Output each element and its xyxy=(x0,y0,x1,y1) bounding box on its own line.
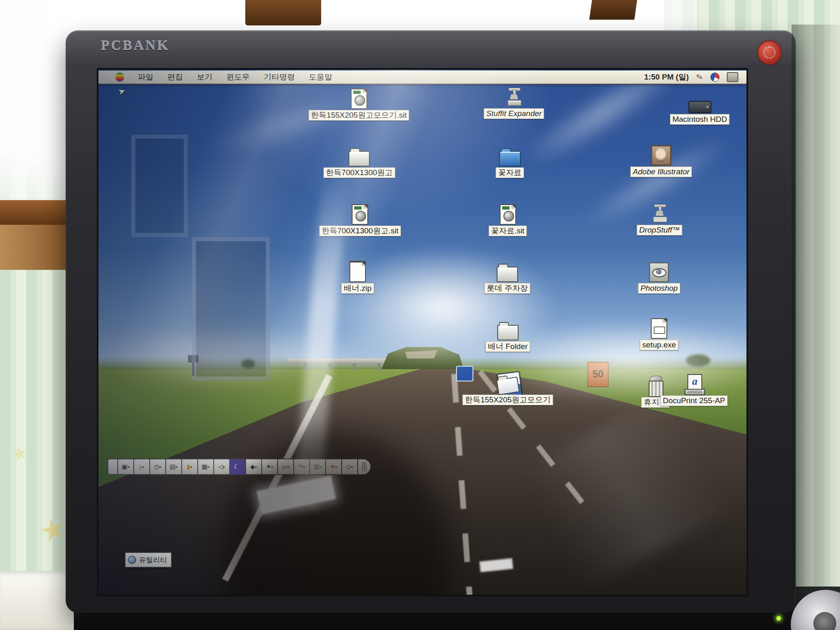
window-frame-bar xyxy=(245,0,321,25)
folder-gray-icon xyxy=(497,262,518,282)
screen-glare xyxy=(242,70,554,226)
folder-gray-icon xyxy=(497,320,518,340)
picture-frame-reflection xyxy=(131,135,188,237)
desktop-icon-5[interactable]: Adobe Illustrator xyxy=(630,145,692,177)
doc-icon xyxy=(349,262,366,282)
illustrator-icon xyxy=(651,145,671,166)
desktop-icon-label: 배너 Folder xyxy=(485,341,530,352)
application-menu-icon[interactable] xyxy=(727,72,738,82)
menu-bar-clock[interactable]: 1:50 PM (일) xyxy=(644,72,689,82)
desktop-icon-2[interactable]: Macintosh HDD xyxy=(670,93,729,125)
wall-shadow xyxy=(792,25,840,591)
desktop-icon-label: Photoshop xyxy=(638,283,680,294)
window-frame-bar-right xyxy=(589,0,637,20)
desktop-icon-11[interactable]: Photoshop xyxy=(638,262,680,294)
hangul-pen-icon[interactable]: ✎ xyxy=(695,72,704,83)
hdd-icon xyxy=(688,93,711,113)
photo-of-monitor: ★ ★ PCBANK 50 xyxy=(0,0,840,630)
printer-icon: a xyxy=(685,374,703,395)
setup-icon xyxy=(651,318,667,339)
desktop-icon-9[interactable]: 배너.zip xyxy=(349,261,366,281)
monitor-brand-logo: PCBANK xyxy=(101,38,170,53)
desktop-icon-8[interactable]: DropStuff™ xyxy=(637,203,682,235)
desktop-icon-10[interactable]: 롯데 주차장 xyxy=(484,262,530,294)
dropstuff-icon xyxy=(651,203,669,224)
power-led xyxy=(776,616,781,621)
desktop-icon-12[interactable]: 배너 Folder xyxy=(485,320,530,352)
wallpaper-star-decoration: ★ xyxy=(36,509,71,550)
menu-bar-right: 1:50 PM (일) ✎ xyxy=(644,72,738,82)
desktop-icon-label: DropStuff™ xyxy=(637,225,682,235)
desktop-icon-label: Macintosh HDD xyxy=(670,114,729,125)
app-ball-icon[interactable] xyxy=(710,73,719,82)
picture-frame-reflection xyxy=(192,237,270,381)
wallpaper-star-decoration-small: ★ xyxy=(9,441,30,466)
desktop-icon-13[interactable]: setup.exe xyxy=(640,318,678,350)
monitor-badge-icon xyxy=(757,40,782,65)
desktop-icon-14[interactable]: 한득155X205원고모으기 xyxy=(462,373,553,405)
photoshop-icon xyxy=(649,262,669,282)
desktop-icon-label: 한득155X205원고모으기 xyxy=(462,395,553,405)
screen: 50 파일편집보기윈도우기타명령도움말 1:50 PM (일) ✎ ➤ 한득15… xyxy=(98,70,746,595)
folder-tilt-icon xyxy=(497,373,518,394)
desktop-icon-label: 배너.zip xyxy=(341,283,374,294)
desktop-icon-label: Adobe Illustrator xyxy=(630,167,692,177)
desktop-icon-label: 롯데 주차장 xyxy=(484,283,530,294)
desktop-icon-label: setup.exe xyxy=(640,340,678,350)
desktop-icon-label: 꽃자료.sit xyxy=(488,226,527,236)
